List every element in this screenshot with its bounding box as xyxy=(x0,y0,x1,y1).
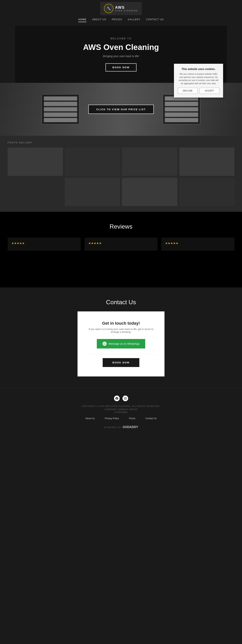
nav-prices[interactable]: PRICES xyxy=(112,18,122,22)
price-list-button[interactable]: CLICK TO VIEW OUR PRICE LIST xyxy=(88,105,154,114)
whatsapp-label: Message us on WhatsApp xyxy=(108,342,139,345)
cookie-notice: This website uses cookies. We use cookie… xyxy=(174,64,223,98)
review-card: ★★★★★ xyxy=(8,238,81,251)
footer-link-prices[interactable]: Prices xyxy=(129,417,135,420)
nav-gallery[interactable]: GALLERY xyxy=(128,18,140,22)
gallery-item[interactable] xyxy=(65,178,120,206)
book-now-contact-button[interactable]: BOOK NOW xyxy=(103,358,139,367)
logo-wrapper: 🔧 AWS OVEN CLEANING xyxy=(100,2,142,15)
footer-social xyxy=(8,396,234,401)
gallery-grid xyxy=(8,148,234,206)
gallery-section: PHOTO GALLERY xyxy=(0,136,242,212)
footer: COPYRIGHT © 2023 AWS OVEN CLEANING. ALL … xyxy=(0,388,242,432)
footer-divider: · xyxy=(100,417,100,420)
footer-divider: · xyxy=(124,417,124,420)
reviews-title: Reviews xyxy=(8,223,234,230)
reviews-section: Reviews ★★★★★ ★★★★★ ★★★★★ xyxy=(0,212,242,288)
logo-subtitle: OVEN CLEANING xyxy=(115,10,138,12)
review-stars: ★★★★★ xyxy=(88,242,154,245)
gallery-item[interactable] xyxy=(8,148,63,176)
contact-card-subtitle: If you want us to bring your oven back t… xyxy=(85,328,157,333)
cookie-text: We use cookies to analyze website traffi… xyxy=(178,72,219,85)
logo-name: AWS xyxy=(115,5,138,10)
price-list-wrapper: CLICK TO VIEW OUR PRICE LIST xyxy=(88,105,154,114)
nav-about[interactable]: ABOUT US xyxy=(92,18,106,22)
powered-brand: GODADDY xyxy=(123,426,138,429)
welcome-label: WELCOME TO xyxy=(23,37,219,40)
hero-subtitle: Bringing your oven back to life! xyxy=(23,55,219,58)
hero-title: AWS Oven Cleaning xyxy=(23,43,219,52)
nav-home[interactable]: HOME xyxy=(78,18,86,22)
logo-icon: 🔧 xyxy=(104,4,114,13)
gallery-item[interactable] xyxy=(179,148,235,176)
footer-link-privacy[interactable]: Privacy Policy xyxy=(105,417,119,420)
review-stars: ★★★★★ xyxy=(165,242,231,245)
gallery-label: PHOTO GALLERY xyxy=(8,142,234,144)
gallery-item[interactable] xyxy=(65,148,120,176)
footer-phone: 07791505984 xyxy=(8,411,234,413)
hero-section: WELCOME TO AWS Oven Cleaning Bringing yo… xyxy=(15,26,227,83)
footer-divider: · xyxy=(140,417,141,420)
cookie-accept-button[interactable]: ACCEPT xyxy=(200,88,219,94)
whatsapp-icon xyxy=(102,342,107,346)
whatsapp-button[interactable]: Message us on WhatsApp xyxy=(97,339,145,348)
nav-contact[interactable]: CONTACT US xyxy=(146,18,164,22)
gallery-item[interactable] xyxy=(122,148,177,176)
navigation: HOME ABOUT US PRICES GALLERY CONTACT US xyxy=(78,15,164,22)
footer-link-about[interactable]: About Us xyxy=(86,417,95,420)
contact-card-title: Get in touch today! xyxy=(85,321,157,326)
footer-address: COSTESSEY, NORWICH, NR5 0LZ xyxy=(8,408,234,410)
cookie-title: This website uses cookies. xyxy=(178,68,219,70)
gallery-item[interactable] xyxy=(8,178,63,206)
header: 🔧 AWS OVEN CLEANING HOME ABOUT US PRICES… xyxy=(0,0,242,22)
footer-link-contact[interactable]: Contact Us xyxy=(146,417,156,420)
contact-card: Get in touch today! If you want us to br… xyxy=(78,312,164,376)
review-card: ★★★★★ xyxy=(84,238,158,251)
gallery-item[interactable] xyxy=(122,178,177,206)
review-card: ★★★★★ xyxy=(161,238,234,251)
reviews-grid: ★★★★★ ★★★★★ ★★★★★ xyxy=(8,238,234,251)
contact-title: Contact Us xyxy=(8,299,234,306)
review-stars: ★★★★★ xyxy=(11,242,77,245)
cookie-buttons: DECLINE ACCEPT xyxy=(178,88,219,94)
footer-links: About Us · Privacy Policy · Prices · Con… xyxy=(8,417,234,420)
logo-text-block: AWS OVEN CLEANING xyxy=(115,5,138,12)
contact-section: Contact Us Get in touch today! If you wa… xyxy=(0,288,242,388)
facebook-icon[interactable] xyxy=(114,396,120,401)
powered-by-label: POWERED BY xyxy=(104,426,122,428)
footer-copyright: COPYRIGHT © 2023 AWS OVEN CLEANING. ALL … xyxy=(8,405,234,407)
cookie-decline-button[interactable]: DECLINE xyxy=(178,88,198,94)
instagram-icon[interactable] xyxy=(122,396,128,401)
book-now-button[interactable]: BOOK NOW xyxy=(106,63,136,72)
gallery-item[interactable] xyxy=(179,178,235,206)
